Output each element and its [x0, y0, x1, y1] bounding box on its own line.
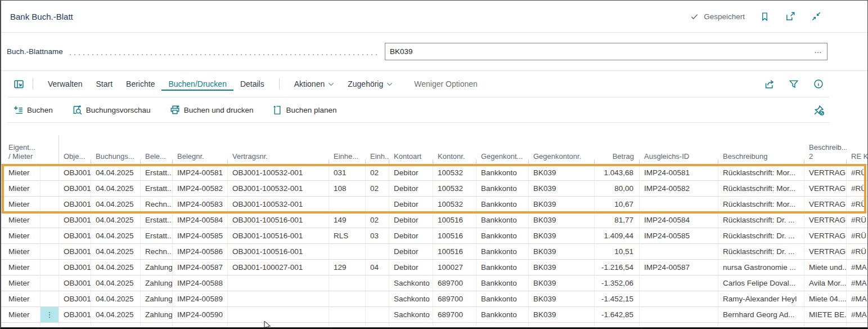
cell-vertragsnr[interactable]: OBJ001-100532-001	[228, 181, 329, 196]
cell-re-konto[interactable]: #RÜ	[847, 244, 868, 259]
cell-objektnr[interactable]: OBJ001	[59, 197, 91, 212]
cell-ausgleichs-id[interactable]: IMP24-00581	[640, 165, 718, 180]
cell-kontoart[interactable]: Debitor	[389, 197, 433, 212]
cell-einheitenart[interactable]: 04	[366, 260, 389, 275]
cell-eigentuemer-mieter[interactable]: Mieter	[1, 307, 41, 322]
cell-ausgleichs-id[interactable]	[640, 291, 718, 306]
cell-vertragsnr[interactable]: OBJ001-100516-001	[228, 228, 329, 243]
cell-einheitennr[interactable]	[329, 275, 366, 291]
tab-start[interactable]: Start	[89, 77, 119, 91]
buchen-planen-button[interactable]: Buchen planen	[272, 105, 336, 115]
cell-buchungsdatum[interactable]: 04.04.2025	[91, 260, 141, 275]
cell-einheitenart[interactable]	[366, 291, 389, 306]
bookmark-icon[interactable]	[758, 10, 771, 23]
tab-buchen-drucken[interactable]: Buchen/Drucken	[161, 77, 233, 91]
cell-kontonr[interactable]: 689700	[433, 275, 476, 291]
cell-einheitenart[interactable]	[366, 244, 389, 259]
cell-belegart[interactable]: Zahlung	[141, 307, 173, 322]
cell-kontoart[interactable]: Debitor	[389, 260, 433, 275]
cell-vertragsnr[interactable]: OBJ001-100516-001	[228, 244, 329, 259]
cell-einheitennr[interactable]	[329, 197, 366, 212]
weniger-optionen-button[interactable]: Weniger Optionen	[407, 77, 484, 91]
cell-belegart[interactable]: Zahlung	[141, 260, 173, 275]
cell-eigentuemer-mieter[interactable]: Mieter	[1, 197, 41, 212]
col-header-objektnr[interactable]: Obje...	[59, 152, 91, 164]
cell-eigentuemer-mieter[interactable]: Mieter	[1, 212, 41, 228]
cell-einheitennr[interactable]	[329, 291, 366, 306]
cell-ausgleichs-id[interactable]: IMP24-00587	[640, 260, 718, 275]
cell-buchungsdatum[interactable]: 04.04.2025	[91, 307, 141, 322]
cell-einheitenart[interactable]: 03	[366, 228, 389, 243]
col-header-eigentuemer-mieter[interactable]: Eigent.../ Mieter	[1, 135, 59, 164]
cell-kontonr[interactable]: 689700	[433, 307, 476, 322]
cell-belegnr[interactable]: IMP24-00586	[173, 244, 228, 259]
cell-betrag[interactable]: 1.409,44	[595, 228, 640, 243]
buchen-und-drucken-button[interactable]: Buchen und drucken	[170, 105, 254, 115]
col-header-kontonr[interactable]: Kontonr.	[433, 152, 476, 164]
col-header-belegart[interactable]: Bele...	[141, 152, 173, 164]
cell-einheitenart[interactable]: 02	[366, 165, 389, 180]
cell-beschreibung-2[interactable]: VERTRAG-...	[804, 228, 847, 243]
cell-gegenkontoart[interactable]: Bankkonto	[476, 197, 529, 212]
tab-berichte[interactable]: Berichte	[119, 77, 161, 91]
cell-beschreibung-2[interactable]: VERTRAG-...	[804, 212, 847, 228]
cell-beschreibung[interactable]: Rücklastschrift: Dr. ...	[718, 212, 804, 228]
cell-vertragsnr[interactable]	[228, 307, 329, 322]
cell-betrag[interactable]: -1.642,85	[595, 307, 640, 322]
cell-objektnr[interactable]: OBJ001	[59, 260, 91, 275]
share-icon[interactable]	[763, 78, 775, 90]
cell-buchungsdatum[interactable]: 04.04.2025	[91, 197, 141, 212]
cell-re-konto[interactable]: #MA	[847, 260, 868, 275]
cell-belegnr[interactable]: IMP24-00583	[173, 197, 228, 212]
cell-gegenkontonr[interactable]: BK039	[529, 260, 595, 275]
col-header-buchungsdatum[interactable]: Buchungs...	[91, 152, 141, 164]
cell-objektnr[interactable]: OBJ001	[59, 275, 91, 291]
cell-eigentuemer-mieter[interactable]: Mieter	[1, 260, 41, 275]
cell-betrag[interactable]: -1.352,06	[595, 275, 640, 291]
cell-ausgleichs-id[interactable]	[640, 197, 718, 212]
cell-gegenkontonr[interactable]: BK039	[529, 244, 595, 259]
cell-vertragsnr[interactable]: OBJ001-100516-001	[228, 212, 329, 228]
cell-kontoart[interactable]: Debitor	[389, 181, 433, 196]
cell-betrag[interactable]: 10,51	[595, 244, 640, 259]
pin-off-icon[interactable]	[812, 104, 825, 116]
cell-belegnr[interactable]: IMP24-00587	[173, 260, 228, 275]
col-header-beschreibung[interactable]: Beschreibung	[718, 152, 804, 164]
cell-beschreibung[interactable]: Ramy-Alexander Heyl	[718, 291, 804, 306]
cell-kontonr[interactable]: 100532	[433, 165, 476, 180]
cell-eigentuemer-mieter[interactable]: Mieter	[1, 181, 41, 196]
assist-edit-button[interactable]: …	[812, 46, 827, 58]
cell-beschreibung-2[interactable]: Avila Mor...	[804, 275, 847, 291]
cell-beschreibung-2[interactable]: VERTRAG-...	[804, 181, 847, 196]
cell-eigentuemer-mieter[interactable]: Mieter	[1, 244, 41, 259]
cell-gegenkontonr[interactable]: BK039	[529, 197, 595, 212]
cell-buchungsdatum[interactable]: 04.04.2025	[91, 291, 141, 306]
cell-betrag[interactable]: 1.043,68	[595, 165, 640, 180]
row-options-button[interactable]	[41, 181, 59, 196]
cell-vertragsnr[interactable]: OBJ001-100027-001	[228, 260, 329, 275]
cell-belegart[interactable]: Erstatt...	[141, 228, 173, 243]
cell-eigentuemer-mieter[interactable]: Mieter	[1, 228, 41, 243]
cell-gegenkontoart[interactable]: Bankkonto	[476, 260, 529, 275]
cell-re-konto[interactable]: #MA	[847, 307, 868, 322]
cell-beschreibung[interactable]: Bernhard Georg Ad...	[718, 307, 804, 322]
cell-kontonr[interactable]: 100516	[433, 228, 476, 243]
cell-einheitenart[interactable]	[366, 197, 389, 212]
cell-kontonr[interactable]: 100516	[433, 244, 476, 259]
cell-einheitenart[interactable]	[366, 307, 389, 322]
cell-beschreibung-2[interactable]: VERTRAG-...	[804, 165, 847, 180]
menu-aktionen[interactable]: Aktionen	[287, 77, 341, 91]
cell-ausgleichs-id[interactable]: IMP24-00585	[640, 228, 718, 243]
cell-eigentuemer-mieter[interactable]: Mieter	[1, 291, 41, 306]
cell-objektnr[interactable]: OBJ001	[59, 181, 91, 196]
cell-beschreibung-2[interactable]: VERTRAG-...	[804, 197, 847, 212]
cell-objektnr[interactable]: OBJ001	[59, 244, 91, 259]
cell-gegenkontoart[interactable]: Bankkonto	[476, 291, 529, 306]
cell-belegnr[interactable]: IMP24-00582	[173, 181, 228, 196]
buchen-button[interactable]: Buchen	[14, 105, 53, 115]
cell-vertragsnr[interactable]	[228, 291, 329, 306]
cell-kontonr[interactable]: 100516	[433, 212, 476, 228]
cell-belegart[interactable]: Erstatt...	[141, 181, 173, 196]
cell-re-konto[interactable]: #RÜ	[847, 197, 868, 212]
cell-belegnr[interactable]: IMP24-00590	[173, 307, 228, 322]
